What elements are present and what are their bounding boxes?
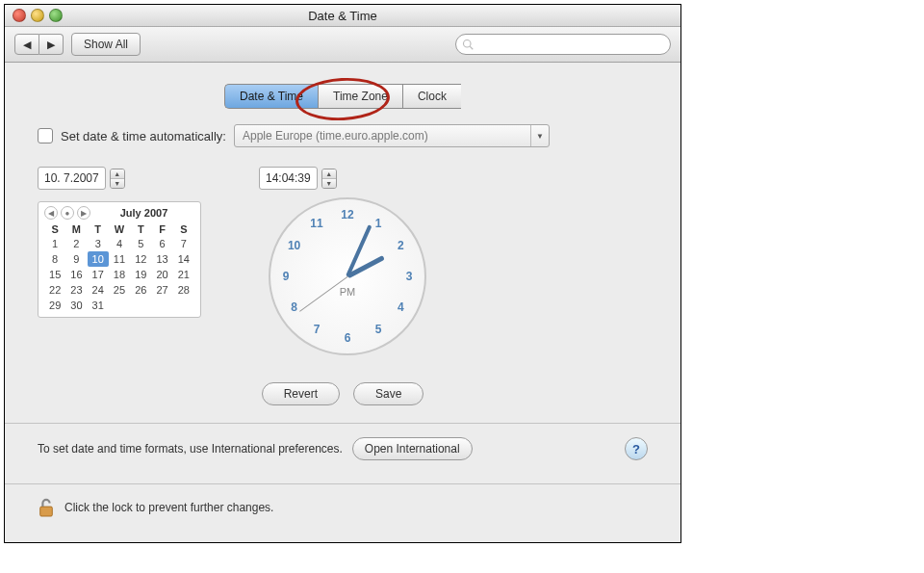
cal-day-header: T [130,222,151,236]
cal-day[interactable]: 3 [88,236,109,251]
cal-day[interactable]: 19 [130,267,151,282]
date-field[interactable]: 10. 7.2007 [38,167,106,190]
cal-today-icon[interactable]: ● [61,206,74,220]
cal-day[interactable]: 13 [151,251,172,267]
cal-prev-icon[interactable]: ◀ [44,206,58,220]
save-button[interactable]: Save [353,382,424,405]
down-icon: ▼ [322,179,336,188]
search-input[interactable] [474,37,664,52]
time-column: 14:04:39 ▲▼ PM 121234567891011 [259,167,432,371]
tab-clock[interactable]: Clock [402,84,461,109]
cal-day-header: S [173,222,194,236]
lock-text: Click the lock to prevent further change… [64,501,273,514]
cal-day[interactable]: 25 [109,282,130,298]
clock-numeral: 12 [341,208,353,221]
cal-day[interactable]: 9 [65,251,87,267]
clock-numeral: 9 [283,270,290,283]
search-icon [462,39,474,50]
cal-day[interactable]: 21 [173,267,194,282]
cal-day[interactable]: 14 [173,251,194,267]
date-value: 10. 7.2007 [44,171,99,185]
cal-day[interactable]: 29 [44,298,65,313]
article-text: V případě, že nemáte nastaveno správné č… [0,547,920,573]
cal-day[interactable]: 8 [44,251,65,267]
cal-day[interactable]: 24 [88,282,109,298]
svg-line-1 [470,46,473,49]
open-international-button[interactable]: Open International [352,437,473,460]
time-server-value: Apple Europe (time.euro.apple.com) [243,129,428,143]
cal-day[interactable]: 28 [173,282,194,298]
up-icon: ▲ [111,169,124,179]
tab-date-time[interactable]: Date & Time [224,84,318,109]
calendar-grid: SMTWTFS 12345678910111213141516171819202… [44,222,194,313]
clock-numeral: 2 [398,239,404,252]
time-stepper[interactable]: ▲▼ [321,169,337,189]
cal-day[interactable]: 18 [109,267,130,282]
search-field[interactable] [455,34,671,55]
svg-point-0 [464,40,472,48]
window-title: Date & Time [5,9,680,23]
time-field[interactable]: 14:04:39 [259,167,318,190]
clock-numeral: 10 [288,239,300,252]
cal-day-header: W [109,222,130,236]
screenshot-window: Date & Time ◀ ▶ Show All Date & Time Tim… [4,4,681,543]
forward-button[interactable]: ▶ [39,34,64,55]
analog-clock: PM 121234567891011 [259,197,432,371]
chevron-down-icon: ▼ [530,125,549,146]
cal-next-icon[interactable]: ▶ [77,206,90,220]
time-value: 14:04:39 [266,171,311,185]
tab-bar: Date & Time Time Zone Clock [38,84,648,109]
cal-day[interactable]: 5 [130,236,151,251]
clock-numeral: 1 [375,217,382,230]
clock-numeral: 4 [398,300,404,314]
cal-day[interactable]: 16 [65,267,87,282]
clock-numeral: 8 [291,300,297,314]
down-icon: ▼ [111,179,124,188]
cal-day[interactable]: 10 [88,251,109,267]
cal-day[interactable]: 7 [173,236,194,251]
cal-day[interactable]: 22 [44,282,65,298]
auto-label: Set date & time automatically: [61,129,226,143]
time-server-combo[interactable]: Apple Europe (time.euro.apple.com) ▼ [234,124,550,147]
cal-day[interactable]: 17 [88,267,109,282]
cal-day[interactable]: 31 [88,298,109,313]
cal-day[interactable]: 1 [44,236,65,251]
cal-day-header: M [65,222,87,236]
cal-day-header: T [88,222,109,236]
cal-day[interactable]: 26 [130,282,151,298]
button-row: Revert Save [38,382,648,405]
clock-numeral: 7 [314,323,321,336]
clock-numeral: 3 [406,270,413,283]
calendar-month: July 2007 [93,207,194,219]
cal-day[interactable]: 23 [65,282,87,298]
intl-text: To set date and time formats, use Intern… [38,442,343,456]
cal-day[interactable]: 20 [151,267,172,282]
am-pm-label: PM [340,286,356,298]
titlebar: Date & Time [5,5,680,27]
show-all-button[interactable]: Show All [71,33,141,56]
cal-day[interactable]: 6 [151,236,172,251]
cal-day[interactable]: 2 [65,236,87,251]
cal-day[interactable]: 11 [109,251,130,267]
cal-day[interactable]: 27 [151,282,172,298]
help-button[interactable]: ? [625,437,648,460]
cal-day[interactable]: 30 [65,298,87,313]
date-stepper[interactable]: ▲▼ [110,169,125,189]
tab-time-zone[interactable]: Time Zone [318,84,402,109]
revert-button[interactable]: Revert [262,382,340,405]
cal-day[interactable]: 12 [130,251,151,267]
back-button[interactable]: ◀ [14,34,39,55]
date-column: 10. 7.2007 ▲▼ ◀ ● ▶ July 2007 SMTWTFS 12… [38,167,201,318]
clock-numeral: 6 [345,331,351,345]
cal-day-header: F [151,222,172,236]
up-icon: ▲ [322,169,336,179]
lock-icon[interactable] [38,498,55,517]
auto-checkbox[interactable] [38,128,53,143]
auto-date-row: Set date & time automatically: Apple Eur… [38,124,648,147]
svg-rect-2 [40,507,53,516]
clock-numeral: 5 [375,323,382,336]
cal-day[interactable]: 15 [44,267,65,282]
cal-day[interactable]: 4 [109,236,130,251]
calendar[interactable]: ◀ ● ▶ July 2007 SMTWTFS 1234567891011121… [38,201,201,318]
nav-back-forward: ◀ ▶ [14,34,64,55]
